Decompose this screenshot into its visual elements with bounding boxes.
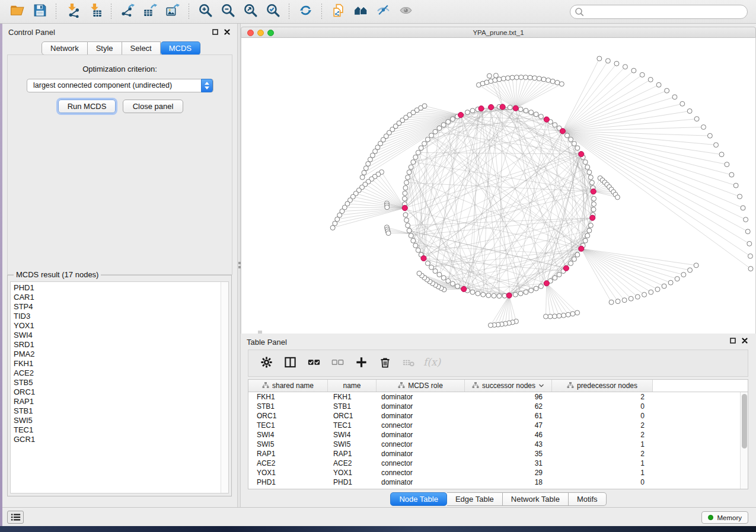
network-node[interactable] bbox=[333, 221, 337, 226]
deselect-all-button[interactable] bbox=[328, 354, 346, 372]
splitter-handle[interactable] bbox=[238, 262, 241, 264]
optimization-select[interactable]: largest connected component (undirected) bbox=[27, 79, 213, 92]
network-node[interactable] bbox=[592, 196, 596, 201]
network-node[interactable] bbox=[429, 133, 434, 138]
tab-select[interactable]: Select bbox=[122, 41, 161, 55]
network-node[interactable] bbox=[640, 72, 645, 77]
close-panel-button[interactable]: Close panel bbox=[123, 100, 183, 113]
network-node[interactable] bbox=[476, 291, 480, 296]
network-canvas[interactable] bbox=[241, 38, 756, 334]
mcds-dominator-node[interactable] bbox=[591, 189, 596, 194]
network-node[interactable] bbox=[441, 275, 446, 280]
network-node[interactable] bbox=[455, 284, 460, 289]
mcds-result-item[interactable]: CAR1 bbox=[14, 293, 228, 302]
table-cell[interactable]: 0 bbox=[552, 411, 653, 421]
table-cell[interactable]: 2 bbox=[552, 392, 653, 402]
network-node[interactable] bbox=[330, 225, 335, 230]
run-mcds-button[interactable]: Run MCDS bbox=[58, 100, 116, 113]
network-node[interactable] bbox=[446, 278, 451, 283]
table-row[interactable]: STB1STB1dominator620 bbox=[248, 402, 748, 411]
settings-button[interactable] bbox=[257, 354, 275, 372]
table-panel-float-button[interactable] bbox=[729, 337, 737, 344]
network-node[interactable] bbox=[585, 233, 590, 238]
table-cell[interactable]: FKH1 bbox=[328, 392, 377, 402]
column-header-shared-name[interactable]: shared name bbox=[248, 380, 328, 392]
network-node[interactable] bbox=[366, 161, 371, 166]
table-cell[interactable]: 31 bbox=[465, 459, 552, 468]
network-node[interactable] bbox=[529, 288, 534, 293]
zoom-out-button[interactable] bbox=[218, 3, 237, 21]
network-node[interactable] bbox=[725, 162, 729, 167]
network-node[interactable] bbox=[597, 56, 602, 61]
network-node[interactable] bbox=[406, 223, 410, 228]
export-network-button[interactable] bbox=[118, 3, 137, 21]
network-node[interactable] bbox=[538, 284, 543, 289]
network-node[interactable] bbox=[481, 292, 486, 297]
network-node[interactable] bbox=[541, 77, 546, 82]
network-node[interactable] bbox=[585, 165, 590, 169]
tab-motifs[interactable]: Motifs bbox=[569, 492, 607, 506]
table-cell[interactable]: dominator bbox=[377, 449, 465, 459]
network-node[interactable] bbox=[416, 248, 420, 252]
mcds-dominator-node[interactable] bbox=[544, 117, 549, 122]
network-node[interactable] bbox=[605, 59, 610, 63]
network-node[interactable] bbox=[544, 314, 548, 319]
mcds-dominator-node[interactable] bbox=[506, 293, 512, 298]
network-node[interactable] bbox=[665, 88, 669, 93]
table-cell[interactable]: 18 bbox=[465, 477, 552, 487]
network-node[interactable] bbox=[429, 265, 434, 270]
network-node[interactable] bbox=[360, 175, 365, 180]
network-node[interactable] bbox=[572, 257, 576, 261]
zoom-selected-button[interactable] bbox=[263, 3, 282, 21]
table-cell[interactable]: 46 bbox=[465, 430, 552, 440]
open-file-button[interactable] bbox=[8, 3, 27, 21]
network-node[interactable] bbox=[553, 123, 557, 127]
table-cell[interactable]: YOX1 bbox=[328, 468, 377, 477]
network-node[interactable] bbox=[407, 170, 412, 175]
network-node[interactable] bbox=[425, 137, 430, 142]
table-cell[interactable]: STB1 bbox=[328, 402, 377, 411]
network-node[interactable] bbox=[662, 284, 666, 289]
network-node[interactable] bbox=[470, 290, 475, 294]
network-node[interactable] bbox=[548, 314, 553, 319]
mcds-dominator-node[interactable] bbox=[458, 112, 463, 117]
network-node[interactable] bbox=[546, 78, 551, 82]
show-all-button[interactable] bbox=[396, 3, 415, 21]
network-node[interactable] bbox=[615, 195, 620, 200]
network-node[interactable] bbox=[403, 213, 408, 217]
network-node[interactable] bbox=[668, 280, 673, 285]
network-node[interactable] bbox=[583, 160, 588, 165]
mcds-result-item[interactable]: SWI5 bbox=[14, 416, 228, 425]
network-node[interactable] bbox=[419, 146, 423, 150]
mcds-result-item[interactable]: RAP1 bbox=[14, 397, 228, 406]
network-node[interactable] bbox=[642, 292, 647, 297]
network-node[interactable] bbox=[363, 166, 368, 171]
network-node[interactable] bbox=[745, 229, 750, 234]
network-node[interactable] bbox=[744, 217, 748, 222]
network-node[interactable] bbox=[362, 170, 366, 175]
table-cell[interactable]: 2 bbox=[552, 421, 653, 430]
network-node[interactable] bbox=[518, 107, 523, 112]
save-session-button[interactable] bbox=[30, 3, 49, 21]
network-node[interactable] bbox=[519, 75, 524, 80]
network-node[interactable] bbox=[470, 108, 475, 113]
table-cell[interactable]: dominator bbox=[377, 430, 465, 440]
table-cell[interactable]: 1 bbox=[552, 459, 653, 468]
table-cell[interactable]: FKH1 bbox=[248, 392, 328, 402]
network-node[interactable] bbox=[688, 268, 693, 273]
network-node[interactable] bbox=[497, 294, 502, 299]
mcds-dominator-node[interactable] bbox=[563, 265, 569, 271]
mcds-dominator-node[interactable] bbox=[461, 286, 467, 291]
table-cell[interactable]: RAP1 bbox=[248, 449, 328, 459]
network-node[interactable] bbox=[417, 271, 422, 275]
tab-network-table[interactable]: Network Table bbox=[503, 492, 569, 506]
network-node[interactable] bbox=[748, 254, 752, 258]
network-node[interactable] bbox=[738, 194, 742, 199]
tab-style[interactable]: Style bbox=[88, 41, 122, 55]
table-cell[interactable]: RAP1 bbox=[328, 449, 377, 459]
network-node[interactable] bbox=[534, 112, 538, 117]
table-scrollbar[interactable] bbox=[740, 392, 748, 489]
tab-node-table[interactable]: Node Table bbox=[390, 492, 447, 506]
network-node[interactable] bbox=[409, 165, 413, 169]
network-node[interactable] bbox=[524, 290, 528, 294]
